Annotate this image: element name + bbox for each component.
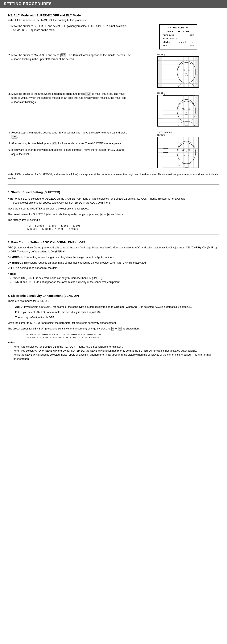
svg-rect-73 bbox=[163, 141, 168, 145]
svg-rect-71 bbox=[158, 164, 163, 168]
shutter-arrow-start: → bbox=[26, 224, 28, 227]
sens-diagram: → OFF → X2 AUTO → X4 AUTO → X6 AUTO → X1… bbox=[20, 333, 220, 339]
svg-rect-69 bbox=[158, 156, 163, 160]
section5-note-3: While the SENS UP function is selected, … bbox=[13, 353, 220, 361]
steps456-text: Repeat step 3 to mask the desired area. … bbox=[7, 131, 131, 159]
set-key-4: SET bbox=[52, 142, 57, 146]
shutter-row2: 1/10000 ← 1/4000 ← 1/2000 ← 1/1000 ← bbox=[26, 228, 81, 231]
alc-menu-box: ** ALC CONT ** BACK LIGHT COMP SUPER-D2 … bbox=[159, 24, 197, 50]
steps456-image: Turns to white Blinking bbox=[137, 131, 220, 169]
turns-to-white-label: Turns to white bbox=[157, 131, 199, 133]
svg-rect-39 bbox=[158, 95, 163, 107]
svg-point-44 bbox=[184, 108, 184, 109]
svg-rect-70 bbox=[158, 160, 163, 164]
step1-image: ** ALC CONT ** BACK LIGHT COMP SUPER-D2 … bbox=[137, 24, 220, 51]
section3-para1: Move the cursor to SHUTTER and select th… bbox=[7, 207, 220, 211]
section5-para1: Move the cursor to SENS UP and select th… bbox=[7, 321, 220, 325]
step3-image: Blinking bbox=[137, 92, 220, 127]
blinking-label-2: Blinking bbox=[157, 92, 199, 94]
svg-rect-74 bbox=[163, 145, 168, 149]
sens-row2: X32 FIX← X16 FIX← X10 FIX← X6 FIX← X4 FI… bbox=[26, 336, 99, 339]
menu-row-superd2: SUPER-D2 OFF bbox=[163, 34, 194, 37]
step3-row: Move the cursor to the area where backli… bbox=[7, 92, 220, 127]
set-key-3: SET bbox=[11, 135, 17, 139]
camera-screen-1 bbox=[157, 56, 199, 88]
section-22-note: Note: Note: If ELC is selected, set MASK… bbox=[7, 19, 220, 22]
step-5: After masking is completed, press SET fo… bbox=[11, 142, 131, 146]
section5-auto: AUTO: If you select X10 AUTO, for exampl… bbox=[15, 305, 220, 309]
section4-on-dnr-h: ON (DNR-H): This setting raises the gain… bbox=[7, 255, 220, 259]
blinking-label-3: Blinking bbox=[157, 134, 199, 136]
right-key-1: ► bbox=[107, 213, 110, 216]
step1-row: Move the cursor to SUPER-D2 and select O… bbox=[7, 24, 220, 51]
section5-para2: The preset values for SENS UP (electroni… bbox=[7, 327, 220, 331]
svg-rect-67 bbox=[158, 149, 163, 152]
section4-notes-list: When ON (DNR-L) is selected, noise can s… bbox=[13, 276, 220, 284]
svg-point-79 bbox=[184, 150, 184, 151]
divider-2 bbox=[7, 234, 220, 235]
section-22-title: 2-2. ALC Mode with SUPER-D2 OFF and ELC … bbox=[7, 14, 220, 17]
menu-row-maskset: MASK SET ↑ bbox=[163, 37, 194, 40]
menu-row-ret: RET END bbox=[163, 44, 194, 47]
page-title: SETTING PROCEDURES bbox=[4, 2, 52, 6]
menu-header2: BACK LIGHT COMP bbox=[163, 30, 194, 33]
section5-note-2: When you select AUTO for SENS UP and ON … bbox=[13, 349, 220, 353]
svg-rect-22 bbox=[158, 57, 162, 87]
step-6: If you want to change the video output l… bbox=[11, 148, 131, 156]
section4-off: OFF: This setting does not control the g… bbox=[7, 266, 220, 270]
section3-default: The factory default setting is ---. bbox=[7, 218, 220, 222]
blinking-label-1: Blinking bbox=[157, 53, 199, 56]
shutter-diagram: → OFF (1/60) → 1/100 → 1/250 → 1/500 1/1… bbox=[20, 224, 220, 231]
section4-note-2: DNR-H and DNR-L do not appear on the sys… bbox=[13, 280, 220, 284]
sens-row1: OFF → X2 AUTO → X4 AUTO → X6 AUTO → X10 … bbox=[29, 333, 101, 336]
sens-arrow-start: → bbox=[26, 333, 28, 336]
svg-point-80 bbox=[189, 150, 190, 151]
page-header: SETTING PROCEDURES bbox=[0, 0, 227, 8]
divider-3 bbox=[7, 288, 220, 288]
section5-fix: FIX: If you select X32 FIX, for example,… bbox=[15, 310, 220, 314]
section4-para1: AGC (Automatic Gain Control) automatical… bbox=[7, 246, 220, 254]
page: SETTING PROCEDURES 2-2. ALC Mode with SU… bbox=[0, 0, 227, 361]
step1-text: Move the cursor to SUPER-D2 and select O… bbox=[7, 24, 131, 35]
svg-rect-65 bbox=[158, 141, 163, 145]
section5-intro: There are two modes for SENS UP. bbox=[7, 299, 220, 303]
svg-rect-64 bbox=[158, 137, 163, 141]
svg-point-18 bbox=[184, 70, 184, 70]
section5-note-1: When ON is selected for SUPER-D2 in the … bbox=[13, 345, 220, 349]
svg-rect-66 bbox=[158, 145, 163, 149]
left-key-1: ◄ bbox=[100, 213, 103, 216]
section4-on-dnr-l: ON (DNR-L): This setting reduces an afte… bbox=[7, 261, 220, 265]
section4-note-1: When ON (DNR-L) is selected, noise can s… bbox=[13, 276, 220, 280]
camera-screen-3 bbox=[157, 137, 199, 168]
camera-screen-2 bbox=[157, 95, 199, 126]
section22-bottom-note: Note: If ON is selected for SUPER-D2, a … bbox=[7, 172, 220, 181]
svg-point-45 bbox=[189, 108, 190, 109]
section5-notes-list: When ON is selected for SUPER-D2 in the … bbox=[13, 345, 220, 361]
shutter-row1: OFF (1/60) → 1/100 → 1/250 → 1/500 bbox=[29, 224, 80, 227]
right-key-2: ► bbox=[119, 327, 121, 331]
steps456-row: Repeat step 3 to mask the desired area. … bbox=[7, 131, 220, 169]
menu-row-level: LEVEL ...I.... bbox=[163, 41, 194, 43]
menu-header1: ** ALC CONT ** bbox=[163, 26, 194, 29]
step-1: Move the cursor to SUPER-D2 and select O… bbox=[11, 24, 131, 32]
section5-notes-title: Notes: bbox=[7, 341, 220, 344]
section5-default: The factory default setting is OFF. bbox=[15, 316, 220, 320]
step-2: Move the cursor to MASK SET and press SE… bbox=[11, 53, 131, 62]
step2-image: Blinking bbox=[137, 53, 220, 89]
svg-rect-72 bbox=[163, 137, 168, 141]
left-key-2: ◄ bbox=[111, 327, 114, 331]
svg-rect-68 bbox=[158, 152, 163, 156]
set-key-2: SET bbox=[86, 92, 91, 96]
divider-1 bbox=[7, 184, 220, 185]
step2-text: Move the cursor to MASK SET and press SE… bbox=[7, 53, 131, 64]
section-4-title: 4. Gain Control Setting (AGC ON (DNR-H, … bbox=[7, 241, 220, 244]
section3-note1: Note: When ELC is selected for ALC/ELC o… bbox=[7, 197, 220, 205]
section4-notes-title: Notes: bbox=[7, 272, 220, 275]
svg-point-19 bbox=[189, 70, 190, 70]
step2-row: Move the cursor to MASK SET and press SE… bbox=[7, 53, 220, 89]
step-3: Move the cursor to the area where backli… bbox=[11, 92, 131, 104]
svg-rect-23 bbox=[195, 57, 199, 87]
content-area: 2-2. ALC Mode with SUPER-D2 OFF and ELC … bbox=[0, 14, 227, 361]
step-4: Repeat step 3 to mask the desired area. … bbox=[11, 131, 131, 139]
section-3-title: 3. Shutter Speed Setting (SHUTTER) bbox=[7, 190, 220, 194]
